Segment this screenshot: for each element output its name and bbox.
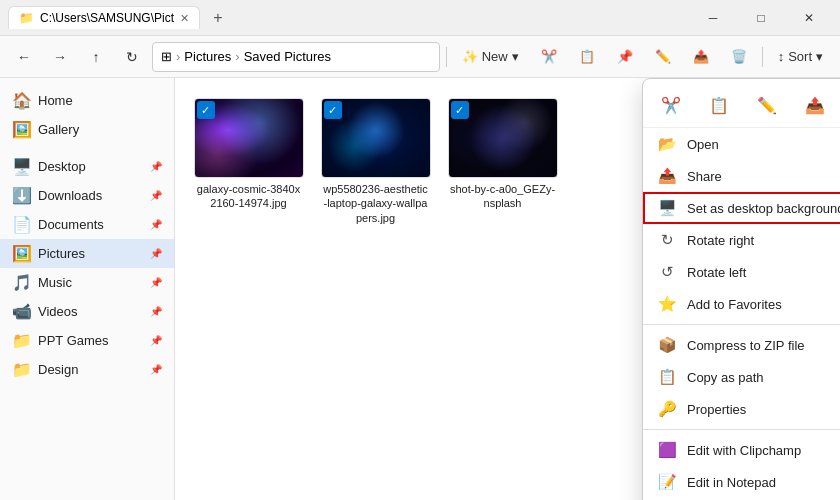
- ctx-separator-1: [643, 324, 840, 325]
- up-button[interactable]: ↑: [80, 41, 112, 73]
- ctx-rotate-left-icon: ↺: [657, 263, 677, 281]
- ctx-share-item[interactable]: 📤 Share: [643, 160, 840, 192]
- sidebar-item-gallery[interactable]: 🖼️ Gallery: [0, 115, 174, 144]
- ctx-rotate-left-label: Rotate left: [687, 265, 840, 280]
- active-tab[interactable]: 📁 C:\Users\SAMSUNG\Pict ✕: [8, 6, 200, 29]
- file-thumb-1: ✓: [194, 98, 304, 178]
- sidebar-item-downloads[interactable]: ⬇️ Downloads 📌: [0, 181, 174, 210]
- file-item-1[interactable]: ✓ galaxy-cosmic-3840x2160-14974.jpg: [191, 94, 306, 229]
- new-chevron-icon: ▾: [512, 49, 519, 64]
- ctx-notepad-label: Edit in Notepad: [687, 475, 840, 490]
- music-icon: 🎵: [12, 273, 30, 292]
- file-check-3[interactable]: ✓: [451, 101, 469, 119]
- address-path-2: Saved Pictures: [244, 49, 331, 64]
- ctx-copy-path-item[interactable]: 📋 Copy as path Ctrl+Shift+C: [643, 361, 840, 393]
- design-icon: 📁: [12, 360, 30, 379]
- ctx-open-item[interactable]: 📂 Open Enter: [643, 128, 840, 160]
- new-tab-button[interactable]: +: [204, 4, 232, 32]
- toolbar-separator-2: [762, 47, 763, 67]
- ctx-properties-icon: 🔑: [657, 400, 677, 418]
- documents-icon: 📄: [12, 215, 30, 234]
- cut-icon: ✂️: [541, 49, 557, 64]
- ctx-copy-path-label: Copy as path: [687, 370, 840, 385]
- desktop-icon: 🖥️: [12, 157, 30, 176]
- sidebar-item-documents[interactable]: 📄 Documents 📌: [0, 210, 174, 239]
- maximize-button[interactable]: □: [738, 2, 784, 34]
- ctx-rotate-left-item[interactable]: ↺ Rotate left: [643, 256, 840, 288]
- rename-button[interactable]: ✏️: [646, 44, 680, 69]
- sort-label: Sort: [788, 49, 812, 64]
- pictures-icon: 🖼️: [12, 244, 30, 263]
- paste-button[interactable]: 📌: [608, 44, 642, 69]
- ctx-notepad-item[interactable]: 📝 Edit in Notepad: [643, 466, 840, 498]
- toolbar-separator: [446, 47, 447, 67]
- ctx-add-favorites-item[interactable]: ⭐ Add to Favorites: [643, 288, 840, 320]
- back-button[interactable]: ←: [8, 41, 40, 73]
- ctx-set-desktop-icon: 🖥️: [657, 199, 677, 217]
- sidebar-label-documents: Documents: [38, 217, 104, 232]
- ctx-share-icon-item: 📤: [657, 167, 677, 185]
- sidebar-item-design[interactable]: 📁 Design 📌: [0, 355, 174, 384]
- pin-icon-music: 📌: [150, 277, 162, 288]
- sort-button[interactable]: ↕ Sort ▾: [769, 44, 832, 69]
- ctx-favorites-label: Add to Favorites: [687, 297, 840, 312]
- sort-icon: ↕: [778, 49, 785, 64]
- ctx-rotate-right-icon: ↻: [657, 231, 677, 249]
- file-name-3: shot-by-c-a0o_GEZy-nsplash: [449, 182, 556, 211]
- ctx-properties-item[interactable]: 🔑 Properties Alt+Enter: [643, 393, 840, 425]
- file-item-2[interactable]: ✓ wp5580236-aesthetic-laptop-galaxy-wall…: [318, 94, 433, 229]
- sidebar-label-desktop: Desktop: [38, 159, 86, 174]
- share-button[interactable]: 📤: [684, 44, 718, 69]
- ctx-rotate-right-item[interactable]: ↻ Rotate right: [643, 224, 840, 256]
- share-icon: 📤: [693, 49, 709, 64]
- ctx-properties-label: Properties: [687, 402, 840, 417]
- minimize-button[interactable]: ─: [690, 2, 736, 34]
- address-bar[interactable]: ⊞ › Pictures › Saved Pictures: [152, 42, 440, 72]
- sidebar-item-home[interactable]: 🏠 Home: [0, 86, 174, 115]
- ppt-games-icon: 📁: [12, 331, 30, 350]
- close-button[interactable]: ✕: [786, 2, 832, 34]
- rename-icon: ✏️: [655, 49, 671, 64]
- sidebar-item-desktop[interactable]: 🖥️ Desktop 📌: [0, 152, 174, 181]
- pin-icon-doc: 📌: [150, 219, 162, 230]
- home-icon: 🏠: [12, 91, 30, 110]
- tab-close-button[interactable]: ✕: [180, 12, 189, 25]
- new-label: New: [482, 49, 508, 64]
- ctx-separator-2: [643, 429, 840, 430]
- ctx-rotate-right-label: Rotate right: [687, 233, 840, 248]
- delete-button[interactable]: 🗑️: [722, 44, 756, 69]
- ctx-open-icon: 📂: [657, 135, 677, 153]
- new-button[interactable]: ✨ New ▾: [453, 44, 528, 69]
- forward-button[interactable]: →: [44, 41, 76, 73]
- file-check-1[interactable]: ✓: [197, 101, 215, 119]
- sidebar-item-pictures[interactable]: 🖼️ Pictures 📌: [0, 239, 174, 268]
- pin-icon: 📌: [150, 161, 162, 172]
- ctx-copy-icon[interactable]: 📋: [703, 89, 735, 121]
- file-check-2[interactable]: ✓: [324, 101, 342, 119]
- sidebar-item-videos[interactable]: 📹 Videos 📌: [0, 297, 174, 326]
- tab-title: C:\Users\SAMSUNG\Pict: [40, 11, 174, 25]
- ctx-set-desktop-item[interactable]: 🖥️ Set as desktop background: [643, 192, 840, 224]
- ctx-share-icon[interactable]: 📤: [799, 89, 831, 121]
- ctx-cut-icon[interactable]: ✂️: [655, 89, 687, 121]
- file-name-2: wp5580236-aesthetic-laptop-galaxy-wallpa…: [322, 182, 429, 225]
- sidebar-item-music[interactable]: 🎵 Music 📌: [0, 268, 174, 297]
- sidebar-label-gallery: Gallery: [38, 122, 79, 137]
- cut-button[interactable]: ✂️: [532, 44, 566, 69]
- content-area: ✓ galaxy-cosmic-3840x2160-14974.jpg ✓ wp…: [175, 78, 840, 500]
- copy-icon: 📋: [579, 49, 595, 64]
- refresh-button[interactable]: ↻: [116, 41, 148, 73]
- ctx-compress-item[interactable]: 📦 Compress to ZIP file: [643, 329, 840, 361]
- ctx-rename-icon[interactable]: ✏️: [751, 89, 783, 121]
- ctx-set-desktop-label: Set as desktop background: [687, 201, 840, 216]
- file-item-3[interactable]: ✓ shot-by-c-a0o_GEZy-nsplash: [445, 94, 560, 229]
- delete-icon: 🗑️: [731, 49, 747, 64]
- copy-button[interactable]: 📋: [570, 44, 604, 69]
- ctx-clipchamp-item[interactable]: 🟪 Edit with Clipchamp: [643, 434, 840, 466]
- downloads-icon: ⬇️: [12, 186, 30, 205]
- gallery-icon: 🖼️: [12, 120, 30, 139]
- file-thumb-3: ✓: [448, 98, 558, 178]
- ctx-clipchamp-icon: 🟪: [657, 441, 677, 459]
- sidebar-item-ppt-games[interactable]: 📁 PPT Games 📌: [0, 326, 174, 355]
- pin-icon-dl: 📌: [150, 190, 162, 201]
